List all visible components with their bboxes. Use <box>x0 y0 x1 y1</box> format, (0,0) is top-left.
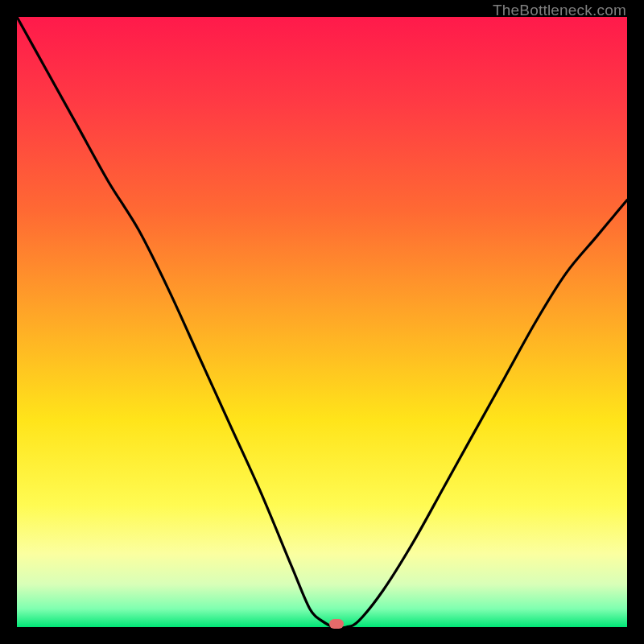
bottleneck-curve <box>17 17 627 627</box>
optimal-marker <box>329 619 344 629</box>
chart-frame: TheBottleneck.com <box>0 0 644 644</box>
curve-path <box>17 17 627 628</box>
plot-area <box>17 17 627 627</box>
